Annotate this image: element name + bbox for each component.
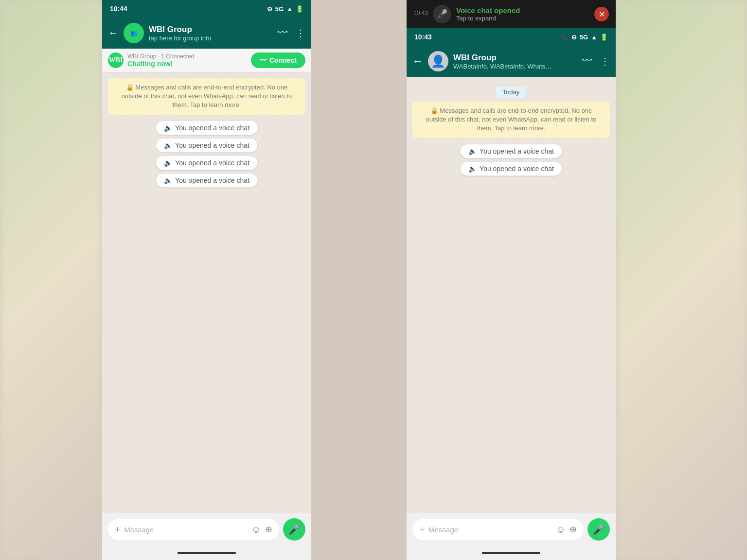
close-icon: ✕ [599,10,605,19]
message-input-box-right[interactable]: + Message ☺ ⊕ [412,519,584,540]
group-name-left: WBI Group [149,25,272,35]
notif-title: Voice chat opened [456,6,589,15]
wbi-icon: WBI [108,52,124,68]
more-options-icon-r[interactable]: ⋮ [600,55,610,67]
chat-header-left[interactable]: ← 👥 WBI Group tap here for group info 〰 … [102,18,311,49]
header-info-right: WBI Group WABetaInfo, WABetaInfo, Whats… [453,53,577,70]
notif-subtitle: Tap to expand [456,15,589,22]
speaker-icon-r2: 🔈 [468,165,477,173]
voice-chat-pill-3: 🔈 You opened a voice chat [156,156,258,170]
voice-chat-text-4: You opened a voice chat [175,176,249,184]
status-icons-left: ⊖ 5G ▲ 🔋 [267,5,303,13]
group-members: WABetaInfo, WABetaInfo, Whats… [453,63,577,70]
notification-banner[interactable]: 10:43 🎤 Voice chat opened Tap to expand … [407,0,616,28]
do-not-disturb-icon-r: ⊖ [571,34,577,41]
group-avatar-right: 👤 [428,51,448,71]
voice-chat-text-r1: You opened a voice chat [480,147,554,155]
background-left [0,0,102,560]
mic-button-left[interactable]: 🎤 [283,518,305,541]
screens-container: 10:44 ⊖ 5G ▲ 🔋 ← 👥 WBI Group tap here fo… [102,0,616,560]
avatar-person-icon: 👤 [431,54,445,68]
message-placeholder-left[interactable]: Message [124,525,247,534]
nav-pill-left [178,552,236,554]
mic-notif-icon: 🎤 [437,9,447,19]
background-right [616,0,747,560]
voice-chat-pill-r1: 🔈 You opened a voice chat [460,144,562,158]
voice-chat-text-2: You opened a voice chat [175,141,249,149]
speaker-icon-3: 🔈 [164,159,172,167]
header-icons-right: 〰 ⋮ [582,55,610,68]
nav-pill-right [482,552,540,554]
notif-close-button[interactable]: ✕ [594,7,609,21]
signal-5g-icon: 5G [275,5,284,13]
battery-icon: 🔋 [296,5,303,13]
connect-button[interactable]: 〰 Connect [251,52,305,68]
connect-wave-icon: 〰 [260,56,267,64]
status-bar-right: 10:43 📞 ⊖ 5G ▲ 🔋 [407,28,616,46]
speaker-icon-r1: 🔈 [468,147,477,155]
notif-time: 10:43 [413,10,428,17]
notif-text-block: Voice chat opened Tap to expand [456,6,589,22]
speaker-icon-1: 🔈 [164,124,172,132]
nav-bar-right [407,545,616,560]
today-badge: Today [496,87,527,98]
emoji-icon-right[interactable]: ☺ [556,524,566,535]
chat-area-left: 🔒 Messages and calls are end-to-end encr… [102,72,311,513]
encryption-notice-right: 🔒 Messages and calls are end-to-end encr… [412,102,610,138]
message-placeholder-right[interactable]: Message [428,525,551,534]
header-icons-left: 〰 ⋮ [277,27,305,39]
chat-area-right: Today 🔒 Messages and calls are end-to-en… [407,77,616,513]
banner-text: WBI Group · 1 Connected Chatting now! [127,53,247,68]
plus-icon-left[interactable]: + [115,524,120,535]
speaker-icon-2: 🔈 [164,141,172,149]
encryption-notice-left: 🔒 Messages and calls are end-to-end encr… [108,78,305,115]
chat-header-right[interactable]: ← 👤 WBI Group WABetaInfo, WABetaInfo, Wh… [407,46,616,77]
back-icon[interactable]: ← [108,27,119,39]
signal-bars-icon-r: ▲ [591,34,597,41]
connect-label: Connect [269,56,297,64]
speaker-icon-4: 🔈 [164,176,172,184]
banner-group-label: WBI Group · 1 Connected [127,53,247,60]
time-left: 10:44 [110,5,127,13]
more-options-icon[interactable]: ⋮ [296,27,305,39]
voice-chat-text-1: You opened a voice chat [175,124,249,132]
chatting-now-label: Chatting now! [127,60,247,68]
mic-icon-right: 🎤 [593,524,605,535]
plus-icon-right[interactable]: + [419,524,425,535]
call-icon: 📞 [561,34,569,41]
mic-icon-left: 🎤 [288,524,301,535]
wbi-text: WBI [109,56,123,64]
time-right: 10:43 [414,33,432,41]
message-input-box-left[interactable]: + Message ☺ ⊕ [108,519,279,540]
waveform-icon[interactable]: 〰 [277,27,288,39]
header-info-left: WBI Group tap here for group info [149,25,272,42]
camera-icon-right[interactable]: ⊕ [569,524,577,535]
voice-chat-text-r2: You opened a voice chat [480,165,554,173]
do-not-disturb-icon: ⊖ [267,5,272,13]
group-name-right: WBI Group [453,53,577,63]
camera-icon-left[interactable]: ⊕ [265,524,272,535]
voice-chat-banner: WBI WBI Group · 1 Connected Chatting now… [102,49,311,72]
signal-bars-icon: ▲ [286,5,293,13]
emoji-icon-left[interactable]: ☺ [251,524,261,535]
signal-5g-icon-r: 5G [580,34,588,41]
voice-chat-pill-2: 🔈 You opened a voice chat [156,138,258,153]
notif-mic-icon: 🎤 [433,5,451,23]
input-area-right: + Message ☺ ⊕ 🎤 [407,513,616,545]
phone-left: 10:44 ⊖ 5G ▲ 🔋 ← 👥 WBI Group tap here fo… [102,0,311,560]
back-icon-right[interactable]: ← [412,55,423,68]
today-label: Today [412,87,610,98]
voice-chat-text-3: You opened a voice chat [175,159,249,167]
voice-chat-pill-4: 🔈 You opened a voice chat [156,173,258,188]
phone-right: 10:43 🎤 Voice chat opened Tap to expand … [407,0,616,560]
voice-chat-pill-1: 🔈 You opened a voice chat [156,121,258,135]
mic-button-right[interactable]: 🎤 [587,518,610,541]
status-icons-right: 📞 ⊖ 5G ▲ 🔋 [561,34,608,41]
input-area-left: + Message ☺ ⊕ 🎤 [102,513,311,545]
waveform-icon-r[interactable]: 〰 [582,55,592,68]
group-tap-info: tap here for group info [149,35,272,42]
battery-icon-r: 🔋 [600,34,608,41]
avatar-icon: 👥 [130,30,138,37]
voice-chat-pill-r2: 🔈 You opened a voice chat [460,161,562,176]
nav-bar-left [102,545,311,560]
